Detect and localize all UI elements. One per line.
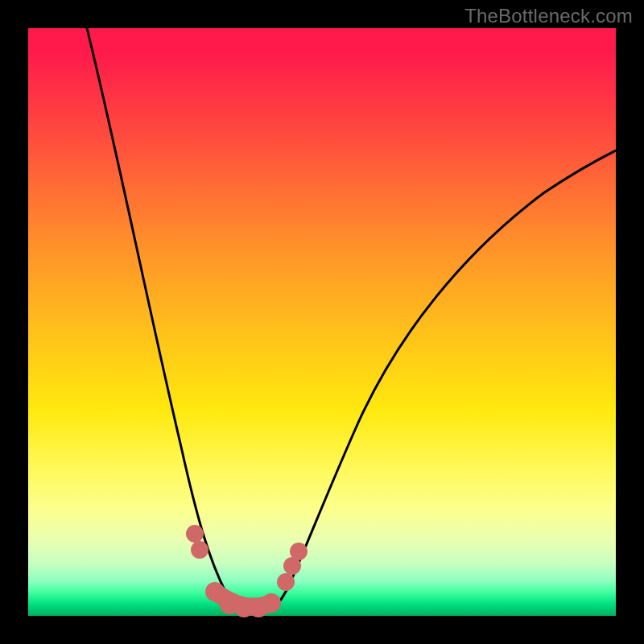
svg-point-1 <box>191 541 208 559</box>
svg-point-7 <box>277 573 295 591</box>
curve-layer <box>28 28 616 616</box>
watermark-text: TheBottleneck.com <box>464 5 633 27</box>
main-curve <box>87 28 616 614</box>
chart-frame: TheBottleneck.com <box>0 0 644 644</box>
svg-point-0 <box>186 525 204 543</box>
svg-point-9 <box>290 543 308 560</box>
marker-band-stroke <box>215 592 271 607</box>
